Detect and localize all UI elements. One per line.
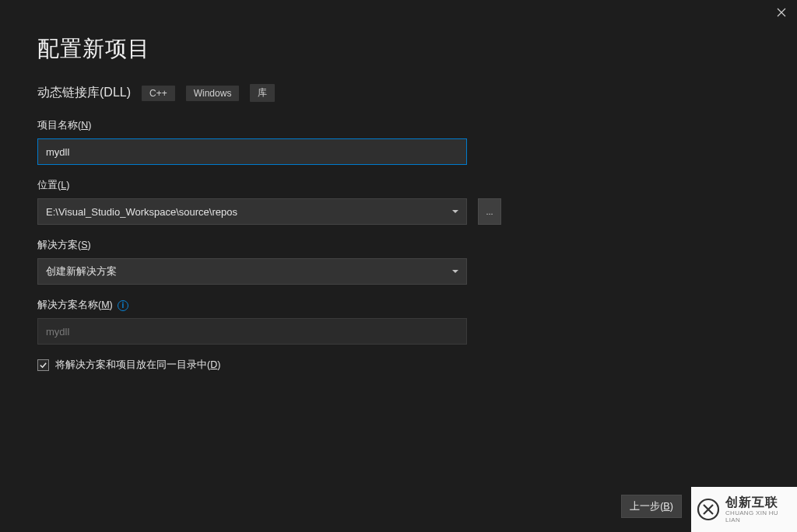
template-name: 动态链接库(DLL) <box>37 85 131 101</box>
logo-icon <box>696 497 721 522</box>
solution-name-field: 解决方案名称(M) i <box>37 299 760 345</box>
logo-en: CHUANG XIN HU LIAN <box>725 509 792 523</box>
logo-cn: 创新互联 <box>725 495 792 509</box>
subtitle-row: 动态链接库(DLL) C++ Windows 库 <box>37 84 760 102</box>
tag-library: 库 <box>250 84 275 102</box>
page-title: 配置新项目 <box>37 34 760 64</box>
footer-buttons: 上一步(B) <box>621 495 682 518</box>
info-icon[interactable]: i <box>118 300 128 311</box>
close-button[interactable] <box>774 5 789 20</box>
chevron-down-icon <box>452 210 458 213</box>
watermark-logo: 创新互联 CHUANG XIN HU LIAN <box>691 487 797 532</box>
chevron-down-icon <box>452 270 458 273</box>
solution-label: 解决方案(S) <box>37 239 760 252</box>
solution-select[interactable]: 创建新解决方案 <box>37 258 467 285</box>
project-name-input[interactable] <box>37 138 467 165</box>
tag-cpp: C++ <box>142 86 175 101</box>
logo-text: 创新互联 CHUANG XIN HU LIAN <box>725 495 792 524</box>
location-value: E:\Visual_Studio_Workspace\source\repos <box>46 206 237 218</box>
check-icon <box>39 361 47 369</box>
back-button[interactable]: 上一步(B) <box>621 495 682 518</box>
solution-field: 解决方案(S) 创建新解决方案 <box>37 239 760 285</box>
solution-name-label: 解决方案名称(M) i <box>37 299 760 312</box>
ellipsis-icon: ... <box>486 207 493 216</box>
same-directory-label: 将解决方案和项目放在同一目录中(D) <box>55 359 220 372</box>
solution-name-input <box>37 318 467 345</box>
solution-value: 创建新解决方案 <box>46 264 117 278</box>
location-field: 位置(L) E:\Visual_Studio_Workspace\source\… <box>37 179 760 225</box>
same-directory-row: 将解决方案和项目放在同一目录中(D) <box>37 359 760 372</box>
browse-button[interactable]: ... <box>478 198 501 225</box>
same-directory-checkbox[interactable] <box>37 359 49 371</box>
tag-windows: Windows <box>186 86 240 101</box>
project-name-label: 项目名称(N) <box>37 119 760 132</box>
location-select[interactable]: E:\Visual_Studio_Workspace\source\repos <box>37 198 467 225</box>
close-icon <box>777 8 786 17</box>
project-name-field: 项目名称(N) <box>37 119 760 165</box>
location-label: 位置(L) <box>37 179 760 192</box>
dialog-content: 配置新项目 动态链接库(DLL) C++ Windows 库 项目名称(N) 位… <box>0 0 797 372</box>
